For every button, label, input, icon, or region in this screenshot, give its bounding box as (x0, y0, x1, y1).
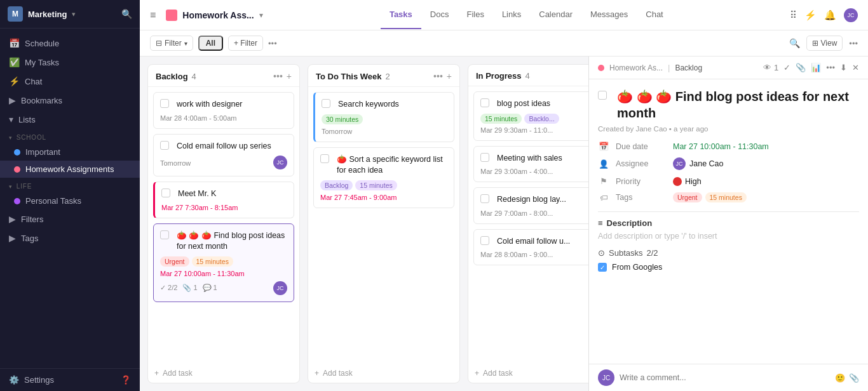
sidebar-item-bookmarks[interactable]: ▶ Bookmarks (0, 91, 140, 110)
sidebar-item-my-tasks[interactable]: ✅ My Tasks (0, 53, 140, 72)
section-school[interactable]: ▾ SCHOOL (0, 129, 140, 143)
backlog-more-icon[interactable]: ••• (273, 71, 283, 81)
backlog-add-icon[interactable]: + (287, 71, 292, 81)
attachment-icon[interactable]: 📎 (796, 63, 806, 72)
kanban-board: Backlog 4 ••• + work with designer (140, 56, 588, 391)
lightning-icon[interactable]: ⚡ (804, 10, 817, 21)
card-checkbox[interactable] (320, 154, 329, 163)
subtasks-label: Subtasks (609, 248, 642, 258)
tag-minutes[interactable]: 15 minutes (705, 192, 747, 202)
card-checkbox[interactable] (322, 99, 330, 108)
tag-minutes: 15 minutes (480, 114, 522, 124)
view-button[interactable]: ⊞ View (806, 36, 843, 51)
sidebar-item-personal[interactable]: Personal Tasks (0, 192, 140, 209)
filter-button[interactable]: ⊟ Filter ▾ (150, 36, 193, 51)
card-keyword-list[interactable]: 🍅 Sort a specific keyword list for each … (313, 147, 454, 208)
filter-bar-left: ⊟ Filter ▾ All + Filter ••• (150, 36, 277, 51)
settings-item[interactable]: ⚙️ Settings (9, 375, 54, 385)
tab-tasks[interactable]: Tasks (381, 1, 421, 29)
field-label-tags: Tags (616, 193, 667, 202)
tab-calendar[interactable]: Calendar (530, 1, 581, 29)
card-meta: ✓ 2/2 📎 1 💬 1 (160, 284, 217, 292)
flag-icon: ⚑ (598, 176, 609, 186)
attach-icon[interactable]: 📎 (849, 373, 859, 383)
sidebar-item-homework[interactable]: Homework Assignments (0, 161, 140, 178)
todo-add-task[interactable]: + Add task (308, 364, 459, 383)
card-cold-email[interactable]: Cold email follow up series Tomorrow JC (153, 134, 294, 177)
card-work-designer[interactable]: work with designer Mar 28 4:00am - 5:00a… (153, 92, 294, 129)
person-icon: 👤 (598, 159, 609, 169)
comment-input[interactable] (620, 373, 830, 382)
apps-icon[interactable]: ⠿ (790, 10, 797, 21)
assignee-row: JC Jane Cao (673, 157, 724, 170)
card-search-keywords[interactable]: Search keywords 30 minutes Tomorrow (313, 92, 454, 142)
sidebar-item-label-lists: Lists (18, 115, 36, 124)
close-icon[interactable]: ✕ (852, 63, 859, 72)
todo-cards: Search keywords 30 minutes Tomorrow 🍅 So… (308, 87, 459, 364)
tab-chat[interactable]: Chat (637, 1, 672, 29)
search-icon[interactable]: 🔍 (789, 38, 800, 48)
tab-docs[interactable]: Docs (421, 1, 458, 29)
card-checkbox[interactable] (160, 141, 169, 150)
check-icon: ✅ (9, 57, 20, 67)
sidebar-search-icon[interactable]: 🔍 (121, 9, 132, 19)
project-chevron-icon[interactable]: ▾ (259, 11, 263, 20)
hamburger-menu[interactable]: ≡ (150, 10, 156, 21)
detail-title-row: 🍅 🍅 🍅 Find blog post ideas for next mont… (598, 88, 859, 121)
help-icon[interactable]: ❓ (121, 375, 131, 385)
more-icon[interactable]: ••• (826, 63, 835, 72)
tag-urgent[interactable]: Urgent (673, 192, 702, 202)
chart-icon[interactable]: 📊 (811, 63, 821, 72)
backlog-add-task[interactable]: + Add task (148, 364, 299, 383)
sidebar-item-tags[interactable]: ▶ Tags (0, 229, 140, 248)
card-blog-ideas[interactable]: blog post ideas 15 minutes Backlo... Mar… (473, 91, 588, 141)
card-checkbox[interactable] (161, 189, 170, 197)
field-value-priority[interactable]: High (685, 177, 702, 186)
sidebar-item-important[interactable]: Important (0, 143, 140, 161)
sidebar-item-schedule[interactable]: 📅 Schedule (0, 34, 140, 53)
calendar-icon: 📅 (598, 142, 609, 151)
sidebar-item-filters[interactable]: ▶ Filters (0, 209, 140, 229)
field-value-assignee[interactable]: Jane Cao (689, 159, 724, 168)
card-date: Mar 28 4:00am - 5:00am (160, 114, 287, 122)
inprogress-add-task[interactable]: + Add task (468, 364, 588, 383)
subtask-checkbox-1[interactable]: ✓ (598, 263, 607, 272)
workspace-switcher[interactable]: M Marketing ▾ (8, 6, 76, 22)
user-avatar[interactable]: JC (844, 8, 858, 22)
sidebar-item-lists[interactable]: ▾ Lists (0, 110, 140, 129)
section-life[interactable]: ▾ LIFE (0, 178, 140, 192)
todo-more-icon[interactable]: ••• (433, 71, 443, 81)
workspace-chevron: ▾ (72, 10, 76, 18)
all-filter-button[interactable]: All (198, 36, 223, 51)
card-checkbox[interactable] (480, 98, 489, 107)
card-blog-post[interactable]: 🍅 🍅 🍅 Find blog post ideas for next mont… (153, 223, 294, 302)
tab-messages[interactable]: Messages (581, 1, 637, 29)
assignee-avatar: JC (673, 157, 686, 170)
emoji-icon[interactable]: 🙂 (835, 373, 845, 383)
subtasks-header: ⊙ Subtasks 2/2 (598, 248, 859, 258)
add-filter-button[interactable]: + Filter (228, 36, 263, 51)
card-checkbox[interactable] (480, 153, 489, 162)
more-options-icon[interactable]: ••• (268, 39, 277, 48)
minimize-icon[interactable]: ⬇ (840, 63, 847, 72)
sidebar-item-chat[interactable]: ⚡ Chat (0, 72, 140, 91)
description-placeholder[interactable]: Add description or type '/' to insert (598, 232, 859, 241)
todo-add-icon[interactable]: + (447, 71, 452, 81)
tab-files[interactable]: Files (458, 1, 492, 29)
tab-links[interactable]: Links (493, 1, 530, 29)
card-meeting-sales[interactable]: Meeting with sales Mar 29 3:00am - 4:00.… (473, 146, 588, 183)
check-icon[interactable]: ✓ (783, 63, 790, 72)
card-cold-email-follow[interactable]: Cold email follow u... Mar 28 8:00am - 9… (473, 229, 588, 266)
card-checkbox[interactable] (160, 230, 169, 239)
card-redesign-blog[interactable]: Redesign blog lay... Mar 29 7:00am - 8:0… (473, 187, 588, 224)
card-title: 🍅 🍅 🍅 Find blog post ideas for next mont… (177, 230, 287, 253)
more-icon[interactable]: ••• (849, 39, 858, 48)
card-checkbox[interactable] (160, 99, 169, 108)
detail-checkbox[interactable] (598, 91, 607, 100)
bell-icon[interactable]: 🔔 (824, 10, 836, 21)
field-value-due-date[interactable]: Mar 27 10:00am - 11:30am (673, 142, 769, 151)
card-checkbox[interactable] (480, 194, 489, 203)
card-checkbox[interactable] (480, 236, 489, 245)
watch-icon[interactable]: 👁 1 (763, 63, 778, 72)
card-meet-mr-k[interactable]: Meet Mr. K Mar 27 7:30am - 8:15am (153, 182, 294, 218)
